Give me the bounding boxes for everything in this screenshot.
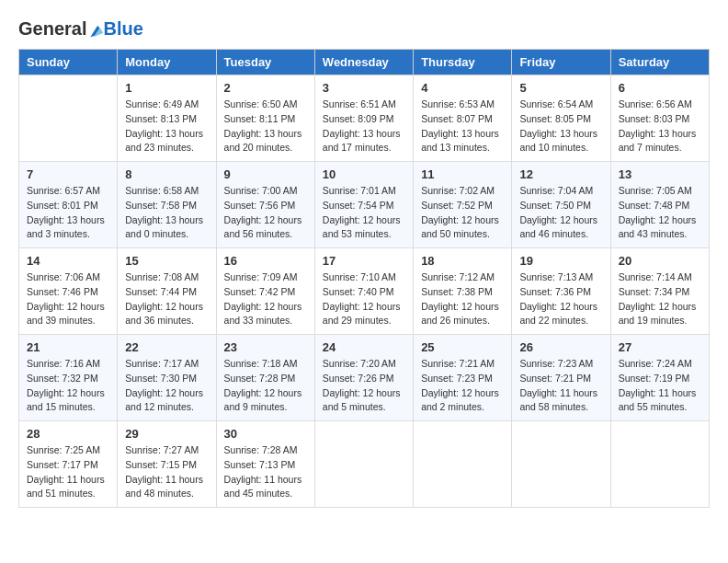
day-info: Sunrise: 7:14 AMSunset: 7:34 PMDaylight:… [619, 270, 701, 328]
week-row-1: 1Sunrise: 6:49 AMSunset: 8:13 PMDaylight… [19, 75, 710, 162]
day-number: 17 [323, 254, 405, 268]
day-number: 2 [224, 81, 307, 95]
day-number: 13 [619, 167, 701, 181]
day-info: Sunrise: 7:24 AMSunset: 7:19 PMDaylight:… [619, 357, 701, 415]
header: GeneralBlue [18, 18, 710, 40]
day-cell: 8Sunrise: 6:58 AMSunset: 7:58 PMDaylight… [118, 162, 216, 248]
day-info: Sunrise: 6:54 AMSunset: 8:05 PMDaylight:… [519, 98, 602, 155]
day-number: 22 [125, 340, 208, 354]
week-row-2: 7Sunrise: 6:57 AMSunset: 8:01 PMDaylight… [19, 162, 710, 248]
day-cell: 22Sunrise: 7:17 AMSunset: 7:30 PMDayligh… [118, 335, 216, 421]
day-info: Sunrise: 7:17 AMSunset: 7:30 PMDaylight:… [125, 357, 208, 415]
day-number: 30 [224, 427, 307, 441]
day-cell: 21Sunrise: 7:16 AMSunset: 7:32 PMDayligh… [19, 335, 118, 421]
week-row-5: 28Sunrise: 7:25 AMSunset: 7:17 PMDayligh… [19, 421, 710, 508]
day-number: 15 [125, 254, 208, 268]
header-sunday: Sunday [19, 50, 118, 75]
day-cell: 2Sunrise: 6:50 AMSunset: 8:11 PMDaylight… [216, 75, 314, 162]
day-info: Sunrise: 6:53 AMSunset: 8:07 PMDaylight:… [421, 98, 504, 155]
day-cell: 16Sunrise: 7:09 AMSunset: 7:42 PMDayligh… [216, 248, 314, 335]
day-number: 29 [125, 427, 208, 441]
day-info: Sunrise: 7:02 AMSunset: 7:52 PMDaylight:… [421, 184, 504, 242]
day-info: Sunrise: 6:50 AMSunset: 8:11 PMDaylight:… [224, 98, 307, 155]
day-number: 11 [421, 167, 504, 181]
day-cell: 29Sunrise: 7:27 AMSunset: 7:15 PMDayligh… [118, 421, 216, 508]
day-info: Sunrise: 7:12 AMSunset: 7:38 PMDaylight:… [421, 270, 504, 328]
day-cell: 18Sunrise: 7:12 AMSunset: 7:38 PMDayligh… [414, 248, 512, 335]
day-cell [314, 421, 413, 508]
day-cell: 26Sunrise: 7:23 AMSunset: 7:21 PMDayligh… [512, 335, 610, 421]
day-cell: 12Sunrise: 7:04 AMSunset: 7:50 PMDayligh… [512, 162, 610, 248]
week-row-3: 14Sunrise: 7:06 AMSunset: 7:46 PMDayligh… [19, 248, 710, 335]
day-number: 3 [323, 81, 405, 95]
day-number: 4 [421, 81, 504, 95]
day-info: Sunrise: 7:00 AMSunset: 7:56 PMDaylight:… [224, 184, 307, 242]
day-number: 14 [27, 254, 109, 268]
day-cell: 27Sunrise: 7:24 AMSunset: 7:19 PMDayligh… [610, 335, 709, 421]
day-info: Sunrise: 7:16 AMSunset: 7:32 PMDaylight:… [27, 357, 109, 415]
day-info: Sunrise: 6:58 AMSunset: 7:58 PMDaylight:… [125, 184, 208, 242]
day-number: 19 [519, 254, 602, 268]
day-cell: 3Sunrise: 6:51 AMSunset: 8:09 PMDaylight… [314, 75, 413, 162]
day-info: Sunrise: 7:28 AMSunset: 7:13 PMDaylight:… [224, 443, 307, 501]
header-wednesday: Wednesday [314, 50, 413, 75]
day-number: 24 [323, 340, 405, 354]
day-cell: 5Sunrise: 6:54 AMSunset: 8:05 PMDaylight… [512, 75, 610, 162]
day-number: 23 [224, 340, 307, 354]
day-number: 26 [519, 340, 602, 354]
day-cell: 13Sunrise: 7:05 AMSunset: 7:48 PMDayligh… [610, 162, 709, 248]
day-info: Sunrise: 6:56 AMSunset: 8:03 PMDaylight:… [619, 98, 701, 155]
day-info: Sunrise: 7:13 AMSunset: 7:36 PMDaylight:… [519, 270, 602, 328]
day-number: 7 [27, 167, 109, 181]
day-info: Sunrise: 7:05 AMSunset: 7:48 PMDaylight:… [619, 184, 701, 242]
header-tuesday: Tuesday [216, 50, 314, 75]
day-cell: 28Sunrise: 7:25 AMSunset: 7:17 PMDayligh… [19, 421, 118, 508]
day-info: Sunrise: 7:18 AMSunset: 7:28 PMDaylight:… [224, 357, 307, 415]
day-cell: 10Sunrise: 7:01 AMSunset: 7:54 PMDayligh… [314, 162, 413, 248]
calendar-header-row: SundayMondayTuesdayWednesdayThursdayFrid… [19, 50, 710, 75]
day-number: 25 [421, 340, 504, 354]
day-cell: 1Sunrise: 6:49 AMSunset: 8:13 PMDaylight… [118, 75, 216, 162]
day-cell: 19Sunrise: 7:13 AMSunset: 7:36 PMDayligh… [512, 248, 610, 335]
day-cell [19, 75, 118, 162]
day-cell: 30Sunrise: 7:28 AMSunset: 7:13 PMDayligh… [216, 421, 314, 508]
header-monday: Monday [118, 50, 216, 75]
day-cell: 25Sunrise: 7:21 AMSunset: 7:23 PMDayligh… [414, 335, 512, 421]
day-cell: 20Sunrise: 7:14 AMSunset: 7:34 PMDayligh… [610, 248, 709, 335]
day-cell [512, 421, 610, 508]
day-cell: 4Sunrise: 6:53 AMSunset: 8:07 PMDaylight… [414, 75, 512, 162]
day-cell: 24Sunrise: 7:20 AMSunset: 7:26 PMDayligh… [314, 335, 413, 421]
day-info: Sunrise: 7:21 AMSunset: 7:23 PMDaylight:… [421, 357, 504, 415]
day-number: 1 [125, 81, 208, 95]
day-info: Sunrise: 7:27 AMSunset: 7:15 PMDaylight:… [125, 443, 208, 501]
logo: GeneralBlue [18, 18, 143, 40]
day-cell: 11Sunrise: 7:02 AMSunset: 7:52 PMDayligh… [414, 162, 512, 248]
day-cell: 14Sunrise: 7:06 AMSunset: 7:46 PMDayligh… [19, 248, 118, 335]
day-info: Sunrise: 7:01 AMSunset: 7:54 PMDaylight:… [323, 184, 405, 242]
day-cell [414, 421, 512, 508]
day-number: 18 [421, 254, 504, 268]
day-info: Sunrise: 7:10 AMSunset: 7:40 PMDaylight:… [323, 270, 405, 328]
day-number: 27 [619, 340, 701, 354]
day-number: 8 [125, 167, 208, 181]
day-cell: 6Sunrise: 6:56 AMSunset: 8:03 PMDaylight… [610, 75, 709, 162]
day-number: 6 [619, 81, 701, 95]
day-cell: 23Sunrise: 7:18 AMSunset: 7:28 PMDayligh… [216, 335, 314, 421]
day-number: 9 [224, 167, 307, 181]
day-number: 10 [323, 167, 405, 181]
day-number: 5 [519, 81, 602, 95]
calendar-table: SundayMondayTuesdayWednesdayThursdayFrid… [18, 49, 710, 508]
day-number: 21 [27, 340, 109, 354]
day-info: Sunrise: 6:51 AMSunset: 8:09 PMDaylight:… [323, 98, 405, 155]
day-info: Sunrise: 7:25 AMSunset: 7:17 PMDaylight:… [27, 443, 109, 501]
day-cell: 15Sunrise: 7:08 AMSunset: 7:44 PMDayligh… [118, 248, 216, 335]
calendar-body: 1Sunrise: 6:49 AMSunset: 8:13 PMDaylight… [19, 75, 710, 508]
header-thursday: Thursday [414, 50, 512, 75]
day-number: 20 [619, 254, 701, 268]
header-friday: Friday [512, 50, 610, 75]
header-saturday: Saturday [610, 50, 709, 75]
day-info: Sunrise: 7:20 AMSunset: 7:26 PMDaylight:… [323, 357, 405, 415]
day-info: Sunrise: 7:06 AMSunset: 7:46 PMDaylight:… [27, 270, 109, 328]
day-number: 28 [27, 427, 109, 441]
day-info: Sunrise: 7:04 AMSunset: 7:50 PMDaylight:… [519, 184, 602, 242]
